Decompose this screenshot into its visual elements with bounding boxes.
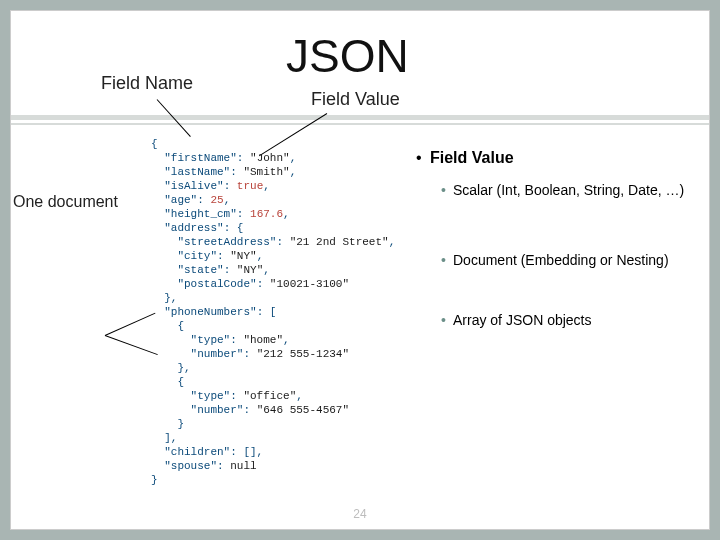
bullet-heading: •Field Value xyxy=(416,149,514,167)
divider-thin xyxy=(11,123,709,125)
json-code-block: { "firstName": "John", "lastName": "Smit… xyxy=(151,137,395,487)
field-value-label: Field Value xyxy=(311,89,400,110)
header: JSON Field Value Field Name xyxy=(11,11,709,131)
one-document-label: One document xyxy=(13,193,118,211)
field-name-label: Field Name xyxy=(101,73,193,94)
slide: JSON Field Value Field Name One document… xyxy=(10,10,710,530)
bullet-item: •Document (Embedding or Nesting) xyxy=(441,251,696,269)
bullet-item: •Array of JSON objects xyxy=(441,311,696,329)
pointer-line xyxy=(105,313,156,336)
bullet-item: •Scalar (Int, Boolean, String, Date, …) xyxy=(441,181,696,199)
divider-thick xyxy=(11,115,709,120)
content-area: One document { "firstName": "John", "las… xyxy=(11,131,709,511)
slide-title: JSON xyxy=(286,29,409,83)
page-number: 24 xyxy=(11,507,709,521)
pointer-line xyxy=(105,335,158,355)
